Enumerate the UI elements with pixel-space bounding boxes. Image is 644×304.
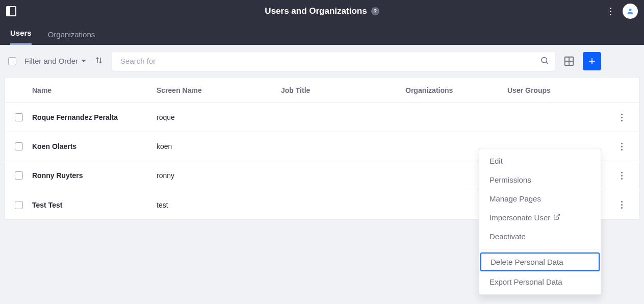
row-actions-button[interactable] <box>618 169 626 183</box>
tab-organizations[interactable]: Organizations <box>48 24 95 45</box>
row-actions-button[interactable] <box>618 140 626 154</box>
menu-item-permissions[interactable]: Permissions <box>479 170 601 189</box>
filter-order-button[interactable]: Filter and Order <box>24 57 86 65</box>
user-avatar[interactable] <box>623 4 638 19</box>
table-row[interactable]: Roque Fernandez Peralta roque <box>5 103 639 132</box>
menu-item-export-personal-data[interactable]: Export Personal Data <box>479 272 601 291</box>
row-actions-menu: Edit Permissions Manage Pages Impersonat… <box>479 148 601 295</box>
menu-item-impersonate-user[interactable]: Impersonate User <box>479 208 601 227</box>
svg-point-0 <box>542 57 547 63</box>
row-actions-button[interactable] <box>618 111 626 124</box>
row-checkbox[interactable] <box>15 201 23 209</box>
column-header-job-title[interactable]: Job Title <box>281 86 405 94</box>
sidebar-toggle-icon[interactable] <box>6 6 16 16</box>
cell-name: Koen Olaerts <box>32 142 157 150</box>
cell-name: Ronny Ruyters <box>32 171 157 180</box>
cell-name: Test Test <box>32 201 157 209</box>
cell-name: Roque Fernandez Peralta <box>32 113 157 121</box>
menu-item-edit[interactable]: Edit <box>479 151 601 170</box>
svg-line-7 <box>556 214 559 217</box>
filter-order-label: Filter and Order <box>24 57 78 65</box>
menu-item-deactivate[interactable]: Deactivate <box>479 227 601 246</box>
cell-screen-name: ronny <box>157 171 281 180</box>
help-icon[interactable]: ? <box>371 7 379 15</box>
page-title: Users and Organizations <box>265 6 367 16</box>
sort-direction-button[interactable] <box>94 56 104 66</box>
menu-item-delete-personal-data[interactable]: Delete Personal Data <box>480 252 600 271</box>
cell-screen-name: koen <box>157 142 281 150</box>
row-checkbox[interactable] <box>15 171 23 180</box>
row-actions-button[interactable] <box>618 198 626 212</box>
header-overflow-menu[interactable] <box>607 5 614 18</box>
cell-screen-name: roque <box>157 113 281 121</box>
search-icon[interactable] <box>540 56 549 66</box>
select-all-checkbox[interactable] <box>8 57 16 65</box>
cell-screen-name: test <box>157 201 281 209</box>
column-header-organizations[interactable]: Organizations <box>405 86 507 94</box>
user-icon <box>626 7 634 15</box>
menu-item-label: Impersonate User <box>490 213 550 222</box>
column-header-name[interactable]: Name <box>32 86 157 94</box>
column-header-screen-name[interactable]: Screen Name <box>157 86 281 94</box>
column-header-user-groups[interactable]: User Groups <box>507 86 614 94</box>
menu-item-manage-pages[interactable]: Manage Pages <box>479 189 601 208</box>
add-user-button[interactable] <box>583 52 601 70</box>
row-checkbox[interactable] <box>15 113 23 121</box>
chevron-down-icon <box>81 60 86 62</box>
svg-line-1 <box>547 62 548 63</box>
search-input[interactable] <box>112 51 555 71</box>
view-cards-button[interactable] <box>563 56 575 67</box>
external-link-icon <box>553 213 560 222</box>
row-checkbox[interactable] <box>15 142 23 150</box>
menu-separator <box>479 249 601 249</box>
tab-users[interactable]: Users <box>10 22 32 45</box>
